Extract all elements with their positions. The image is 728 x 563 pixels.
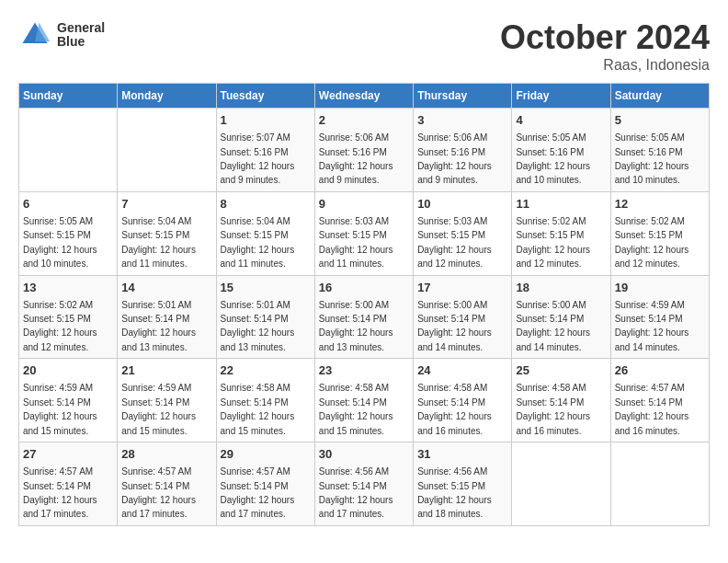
day-number: 4 — [516, 112, 606, 129]
day-number: 29 — [221, 446, 311, 463]
day-number: 24 — [417, 362, 507, 379]
week-row-1: 1 Sunrise: 5:07 AMSunset: 5:16 PMDayligh… — [19, 109, 710, 192]
day-info: Sunrise: 5:03 AMSunset: 5:15 PMDaylight:… — [319, 216, 393, 269]
calendar-body: 1 Sunrise: 5:07 AMSunset: 5:16 PMDayligh… — [19, 109, 710, 526]
day-cell — [118, 109, 216, 192]
day-cell — [610, 442, 709, 526]
day-number: 27 — [23, 446, 113, 463]
day-cell: 16 Sunrise: 5:00 AMSunset: 5:14 PMDaylig… — [314, 275, 413, 359]
week-row-5: 27 Sunrise: 4:57 AMSunset: 5:14 PMDaylig… — [19, 442, 710, 526]
day-number: 16 — [319, 280, 409, 296]
logo-line1: General — [57, 21, 105, 35]
day-cell: 9 Sunrise: 5:03 AMSunset: 5:15 PMDayligh… — [314, 191, 413, 275]
day-number: 3 — [417, 112, 507, 129]
day-info: Sunrise: 4:58 AMSunset: 5:14 PMDaylight:… — [319, 383, 393, 435]
day-cell: 20 Sunrise: 4:59 AMSunset: 5:14 PMDaylig… — [19, 359, 118, 442]
day-number: 22 — [221, 362, 311, 379]
day-number: 21 — [121, 362, 211, 379]
day-info: Sunrise: 4:59 AMSunset: 5:14 PMDaylight:… — [23, 383, 97, 435]
day-cell: 29 Sunrise: 4:57 AMSunset: 5:14 PMDaylig… — [216, 442, 314, 526]
day-info: Sunrise: 5:04 AMSunset: 5:15 PMDaylight:… — [121, 216, 196, 269]
day-cell: 18 Sunrise: 5:00 AMSunset: 5:14 PMDaylig… — [512, 275, 610, 359]
month-title: October 2024 — [500, 18, 710, 57]
day-info: Sunrise: 5:07 AMSunset: 5:16 PMDaylight:… — [221, 132, 295, 185]
day-number: 20 — [23, 362, 113, 379]
header-cell-sunday: Sunday — [19, 84, 118, 109]
day-number: 17 — [417, 280, 507, 296]
title-area: October 2024 Raas, Indonesia — [500, 18, 710, 74]
day-info: Sunrise: 5:03 AMSunset: 5:15 PMDaylight:… — [417, 216, 492, 269]
day-number: 8 — [221, 196, 311, 213]
day-info: Sunrise: 4:57 AMSunset: 5:14 PMDaylight:… — [121, 466, 196, 519]
day-info: Sunrise: 4:58 AMSunset: 5:14 PMDaylight:… — [221, 383, 295, 435]
day-number: 7 — [121, 196, 211, 213]
week-row-2: 6 Sunrise: 5:05 AMSunset: 5:15 PMDayligh… — [19, 191, 710, 275]
day-cell: 30 Sunrise: 4:56 AMSunset: 5:14 PMDaylig… — [314, 442, 413, 526]
day-number: 15 — [221, 280, 311, 296]
day-info: Sunrise: 4:58 AMSunset: 5:14 PMDaylight:… — [417, 383, 492, 435]
day-cell: 21 Sunrise: 4:59 AMSunset: 5:14 PMDaylig… — [118, 359, 216, 442]
day-cell — [512, 442, 610, 526]
day-cell: 24 Sunrise: 4:58 AMSunset: 5:14 PMDaylig… — [414, 359, 512, 442]
header-cell-friday: Friday — [512, 84, 610, 109]
day-cell: 12 Sunrise: 5:02 AMSunset: 5:15 PMDaylig… — [610, 191, 709, 275]
day-number: 12 — [615, 196, 705, 213]
day-cell: 17 Sunrise: 5:00 AMSunset: 5:14 PMDaylig… — [414, 275, 512, 359]
day-number: 19 — [615, 280, 705, 296]
day-info: Sunrise: 5:06 AMSunset: 5:16 PMDaylight:… — [319, 132, 393, 185]
svg-marker-1 — [35, 23, 50, 42]
day-info: Sunrise: 5:01 AMSunset: 5:14 PMDaylight:… — [121, 300, 196, 352]
header: General Blue October 2024 Raas, Indonesi… — [18, 18, 710, 74]
day-cell: 23 Sunrise: 4:58 AMSunset: 5:14 PMDaylig… — [314, 359, 413, 442]
day-info: Sunrise: 5:02 AMSunset: 5:15 PMDaylight:… — [23, 300, 97, 352]
week-row-3: 13 Sunrise: 5:02 AMSunset: 5:15 PMDaylig… — [19, 275, 710, 359]
day-cell: 31 Sunrise: 4:56 AMSunset: 5:15 PMDaylig… — [414, 442, 512, 526]
day-info: Sunrise: 4:59 AMSunset: 5:14 PMDaylight:… — [615, 300, 689, 352]
day-info: Sunrise: 5:00 AMSunset: 5:14 PMDaylight:… — [417, 300, 492, 352]
day-number: 11 — [516, 196, 606, 213]
day-cell: 28 Sunrise: 4:57 AMSunset: 5:14 PMDaylig… — [118, 442, 216, 526]
day-info: Sunrise: 5:05 AMSunset: 5:16 PMDaylight:… — [615, 132, 689, 185]
location-title: Raas, Indonesia — [500, 57, 710, 74]
day-cell: 22 Sunrise: 4:58 AMSunset: 5:14 PMDaylig… — [216, 359, 314, 442]
day-cell: 3 Sunrise: 5:06 AMSunset: 5:16 PMDayligh… — [414, 109, 512, 192]
day-info: Sunrise: 5:05 AMSunset: 5:16 PMDaylight:… — [516, 132, 590, 185]
day-number: 2 — [319, 112, 409, 129]
day-cell: 4 Sunrise: 5:05 AMSunset: 5:16 PMDayligh… — [512, 109, 610, 192]
day-cell: 19 Sunrise: 4:59 AMSunset: 5:14 PMDaylig… — [610, 275, 709, 359]
day-cell: 5 Sunrise: 5:05 AMSunset: 5:16 PMDayligh… — [610, 109, 709, 192]
day-cell: 6 Sunrise: 5:05 AMSunset: 5:15 PMDayligh… — [19, 191, 118, 275]
day-cell: 8 Sunrise: 5:04 AMSunset: 5:15 PMDayligh… — [216, 191, 314, 275]
day-number: 6 — [23, 196, 113, 213]
day-info: Sunrise: 5:06 AMSunset: 5:16 PMDaylight:… — [417, 132, 492, 185]
day-cell: 27 Sunrise: 4:57 AMSunset: 5:14 PMDaylig… — [19, 442, 118, 526]
header-cell-tuesday: Tuesday — [216, 84, 314, 109]
day-cell: 1 Sunrise: 5:07 AMSunset: 5:16 PMDayligh… — [216, 109, 314, 192]
day-info: Sunrise: 4:57 AMSunset: 5:14 PMDaylight:… — [615, 383, 689, 435]
day-cell: 26 Sunrise: 4:57 AMSunset: 5:14 PMDaylig… — [610, 359, 709, 442]
day-cell: 7 Sunrise: 5:04 AMSunset: 5:15 PMDayligh… — [118, 191, 216, 275]
logo-icon — [18, 18, 51, 52]
calendar-table: SundayMondayTuesdayWednesdayThursdayFrid… — [18, 83, 710, 526]
day-number: 13 — [23, 280, 113, 296]
day-cell: 14 Sunrise: 5:01 AMSunset: 5:14 PMDaylig… — [118, 275, 216, 359]
day-info: Sunrise: 4:57 AMSunset: 5:14 PMDaylight:… — [23, 466, 97, 519]
day-cell — [19, 109, 118, 192]
day-cell: 25 Sunrise: 4:58 AMSunset: 5:14 PMDaylig… — [512, 359, 610, 442]
day-info: Sunrise: 4:57 AMSunset: 5:14 PMDaylight:… — [221, 466, 295, 519]
day-info: Sunrise: 4:56 AMSunset: 5:14 PMDaylight:… — [319, 466, 393, 519]
day-number: 18 — [516, 280, 606, 296]
day-info: Sunrise: 4:58 AMSunset: 5:14 PMDaylight:… — [516, 383, 590, 435]
day-number: 25 — [516, 362, 606, 379]
day-number: 28 — [121, 446, 211, 463]
day-cell: 13 Sunrise: 5:02 AMSunset: 5:15 PMDaylig… — [19, 275, 118, 359]
day-number: 1 — [221, 112, 311, 129]
day-number: 30 — [319, 446, 409, 463]
header-cell-saturday: Saturday — [610, 84, 709, 109]
week-row-4: 20 Sunrise: 4:59 AMSunset: 5:14 PMDaylig… — [19, 359, 710, 442]
header-row: SundayMondayTuesdayWednesdayThursdayFrid… — [19, 84, 710, 109]
day-cell: 10 Sunrise: 5:03 AMSunset: 5:15 PMDaylig… — [414, 191, 512, 275]
day-info: Sunrise: 5:01 AMSunset: 5:14 PMDaylight:… — [221, 300, 295, 352]
day-info: Sunrise: 5:00 AMSunset: 5:14 PMDaylight:… — [516, 300, 590, 352]
day-cell: 15 Sunrise: 5:01 AMSunset: 5:14 PMDaylig… — [216, 275, 314, 359]
